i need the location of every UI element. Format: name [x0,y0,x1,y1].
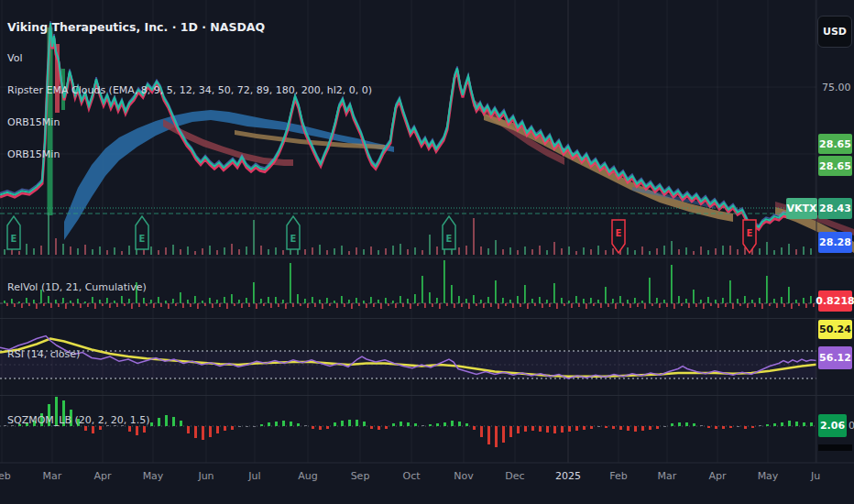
svg-text:E: E [290,234,297,244]
x-axis-label: Apr [708,470,726,482]
symbol-title[interactable]: Viking Therapeutics, Inc. · 1D · NASDAQ [7,20,265,34]
last-price-badge: 28.43 [818,198,852,219]
legend-volume[interactable]: Vol [7,52,22,64]
x-axis-label: May [758,470,779,482]
svg-text:E: E [616,228,622,238]
low-level-badge: 28.28 [818,232,852,253]
volume-bars [4,213,812,255]
earnings-flags[interactable]: EEEEEE [7,216,756,253]
pane-separators [0,0,854,463]
currency-usd-button[interactable]: USD [817,16,852,48]
x-axis-label: Feb [0,470,11,482]
symbol-label-badge: VKTX [786,198,817,219]
x-axis-label: Dec [505,470,524,482]
legend-ripster-ema-clouds[interactable]: Ripster EMA Clouds (EMA, 8, 9, 5, 12, 34… [7,84,372,96]
legend-orb15min-2[interactable]: ORB15Min [7,148,60,160]
grid-lines [0,0,816,463]
svg-text:E: E [139,234,146,244]
earnings-flag-green[interactable]: E [136,216,148,249]
earnings-flag-green[interactable]: E [7,216,20,249]
x-axis-label: Mar [43,470,62,482]
legend-rsi[interactable]: RSI (14, close) [7,348,80,360]
price-chart-canvas[interactable]: EEEEEE [0,0,854,504]
earnings-flag-green[interactable]: E [287,216,300,249]
x-axis-label: Aug [298,470,317,482]
price-ribbon [0,21,816,232]
sqzmom-value-badge: 2.06 [818,414,847,437]
svg-text:E: E [11,234,17,244]
x-axis-label: Oct [402,470,420,482]
x-axis-label: Feb [609,470,627,482]
svg-text:E: E [446,234,453,244]
ema-clouds [64,99,854,253]
time-axis[interactable]: FebMarAprMayJunJulAugSepOctNovDec2025Feb… [0,463,854,504]
x-axis-label: Mar [658,470,677,482]
chart-root: EEEEEE Viking Therapeutics, Inc. · 1D · … [0,0,854,504]
earnings-flag-green[interactable]: E [443,216,455,249]
x-axis-label: 2025 [555,470,581,482]
x-axis-label: Ju [811,470,820,482]
sqzmom-zero-label: 0 [849,420,854,432]
x-axis-label: May [143,470,164,482]
price-scale-label-75: 75.00 [822,82,851,93]
x-axis-label: Sep [351,470,370,482]
svg-text:E: E [747,228,753,238]
earnings-flag-red[interactable]: E [612,220,625,253]
legend-orb15min-1[interactable]: ORB15Min [7,116,60,128]
legend-relvol[interactable]: RelVol (1D, 21, Cumulative) [7,281,147,293]
x-axis-label: Nov [454,470,473,482]
rsi-ma-value-badge: 50.24 [818,320,852,339]
orb-level-badge-1: 28.65 [818,134,852,154]
blue-ema-cloud [64,110,394,240]
sqzmom-zero-marker [818,444,852,451]
x-axis-label: Jul [248,470,260,482]
relvol-value-badge: 0.8218 [818,290,852,312]
rsi-value-badge: 56.12 [818,346,852,369]
x-axis-label: Jun [198,470,214,482]
legend-sqzmom[interactable]: SQZMOM_LB (20, 2, 20, 1.5) [7,414,150,426]
x-axis-label: Apr [93,470,111,482]
orb-level-badge-2: 28.65 [818,156,852,176]
